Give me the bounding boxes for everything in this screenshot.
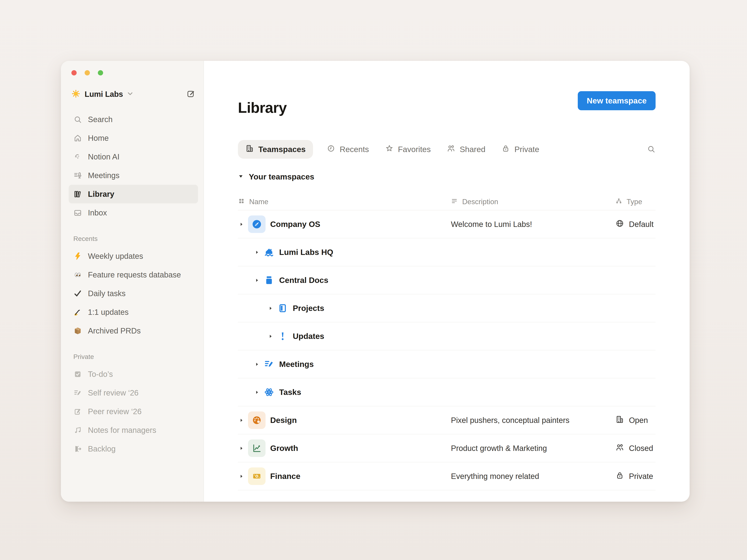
tab-private[interactable]: Private: [499, 140, 542, 159]
teamspace-name: Central Docs: [279, 276, 328, 285]
table-row-company-os[interactable]: Company OSWelcome to Lumi Labs!Default: [238, 210, 655, 238]
dollar-icon: [248, 468, 265, 485]
archive-box-icon: [264, 275, 275, 286]
sidebar-nav: SearchHomeNotion AIMeetingsLibraryInbox: [69, 110, 198, 222]
teamspace-group-toggle[interactable]: Your teamspaces: [238, 171, 655, 182]
section-title: Private: [69, 353, 198, 361]
expand-arrow[interactable]: [254, 362, 260, 367]
teamspace-name-cell: Company OS: [238, 215, 451, 233]
tab-label: Shared: [460, 145, 485, 154]
teamspace-name-cell: Tasks: [238, 387, 451, 398]
teamspace-name-cell: Updates: [238, 331, 451, 342]
expand-arrow[interactable]: [254, 278, 260, 283]
compass-icon: [248, 215, 265, 233]
table-search-button[interactable]: [647, 145, 655, 154]
table-row-finance[interactable]: FinanceEverything money relatedPrivate: [238, 462, 655, 490]
column-header-description[interactable]: Description: [451, 197, 615, 206]
tab-shared[interactable]: Shared: [444, 140, 488, 159]
package-icon: [73, 326, 82, 335]
group-label: Your teamspaces: [249, 172, 314, 181]
page-title: Library: [238, 100, 287, 116]
teamspace-name-cell: Growth: [238, 439, 451, 457]
expand-arrow[interactable]: [267, 334, 274, 339]
sidebar-item-self-review-26[interactable]: Self review ‘26: [69, 383, 198, 402]
teamspace-name: Tasks: [279, 388, 301, 397]
teamspace-name-cell: Meetings: [238, 359, 451, 370]
todo-checkbox-icon: [73, 370, 82, 379]
notion-ai-icon: [73, 153, 82, 161]
sidebar-item-search[interactable]: Search: [69, 110, 198, 129]
sidebar-item-peer-review-26[interactable]: Peer review ‘26: [69, 402, 198, 421]
sidebar-item-archived-prds[interactable]: Archived PRDs: [69, 321, 198, 340]
new-teamspace-button[interactable]: New teamspace: [578, 91, 655, 110]
table-row-lumi-labs-hq[interactable]: Lumi Labs HQ: [238, 238, 655, 266]
eyes-icon: [73, 270, 82, 279]
workspace-name: Lumi Labs: [85, 90, 123, 99]
sidebar-item-feature-requests-database[interactable]: Feature requests database: [69, 265, 198, 284]
column-header-name[interactable]: Name: [238, 197, 451, 206]
tab-recents[interactable]: Recents: [324, 140, 371, 159]
tab-label: Favorites: [398, 145, 431, 154]
table-row-design[interactable]: DesignPixel pushers, conceptual painters…: [238, 406, 655, 434]
chart-icon: [248, 439, 265, 457]
sidebar-item-notes-for-managers[interactable]: Notes for managers: [69, 421, 198, 439]
panel-icon: [277, 303, 288, 314]
sidebar-section-recents: RecentsWeekly updatesFeature requests da…: [69, 235, 198, 340]
people-icon: [615, 443, 624, 454]
expand-arrow[interactable]: [238, 418, 244, 423]
expand-arrow[interactable]: [254, 390, 260, 395]
teamspace-name-cell: Central Docs: [238, 275, 451, 286]
sidebar-item-1-1-updates[interactable]: 1:1 updates: [69, 303, 198, 321]
sidebar-item-to-do-s[interactable]: To-do’s: [69, 365, 198, 383]
table-row-central-docs[interactable]: Central Docs: [238, 266, 655, 294]
meetings-icon: [73, 171, 82, 180]
table-header-row: Name Description Type: [238, 194, 655, 210]
zoom-window-button[interactable]: [98, 70, 103, 76]
close-window-button[interactable]: [71, 70, 77, 76]
sidebar-item-weekly-updates[interactable]: Weekly updates: [69, 247, 198, 265]
minimize-window-button[interactable]: [85, 70, 90, 76]
teamspace-type: Default: [615, 219, 655, 230]
new-page-button[interactable]: [186, 89, 195, 99]
table-row-updates[interactable]: Updates: [238, 322, 655, 350]
expand-arrow[interactable]: [267, 306, 274, 311]
sidebar-item-label: To-do’s: [88, 370, 113, 379]
sidebar-item-notion-ai[interactable]: Notion AI: [69, 148, 198, 166]
library-icon: [73, 190, 82, 198]
clock-icon: [327, 144, 335, 155]
teamspace-description: Product growth & Marketing: [451, 444, 615, 453]
table-row-tasks[interactable]: Tasks: [238, 378, 655, 406]
table-row-projects[interactable]: Projects: [238, 294, 655, 322]
teamspace-name: Lumi Labs HQ: [279, 248, 333, 257]
building-icon: [245, 144, 254, 155]
app-window: Lumi Labs SearchHomeNotion AIMeetingsLib…: [61, 61, 690, 502]
sidebar-item-label: Daily tasks: [88, 289, 126, 298]
tab-label: Recents: [340, 145, 369, 154]
sidebar-item-backlog[interactable]: Backlog: [69, 439, 198, 458]
tab-teamspaces[interactable]: Teamspaces: [238, 140, 313, 159]
expand-arrow[interactable]: [238, 446, 244, 451]
workspace-switcher[interactable]: Lumi Labs: [69, 87, 198, 102]
teamspace-name: Design: [270, 416, 297, 425]
column-header-label: Description: [462, 198, 498, 206]
teamspace-name: Meetings: [279, 360, 314, 369]
sidebar-item-label: Peer review ‘26: [88, 407, 141, 416]
expand-arrow[interactable]: [238, 474, 244, 479]
globe-icon: [615, 219, 624, 230]
exclamation-icon: [277, 331, 288, 342]
star-icon: [385, 144, 394, 155]
table-row-growth[interactable]: GrowthProduct growth & MarketingClosed: [238, 434, 655, 462]
sidebar-item-inbox[interactable]: Inbox: [69, 204, 198, 222]
door-exit-icon: [73, 445, 82, 453]
column-header-type[interactable]: Type: [615, 197, 655, 206]
expand-arrow[interactable]: [254, 250, 260, 255]
sidebar-item-meetings[interactable]: Meetings: [69, 166, 198, 185]
sidebar-item-home[interactable]: Home: [69, 129, 198, 148]
music-note-icon: [73, 426, 82, 434]
sidebar-item-library[interactable]: Library: [69, 185, 198, 204]
sidebar-item-label: Archived PRDs: [88, 326, 140, 335]
tab-favorites[interactable]: Favorites: [383, 140, 433, 159]
expand-arrow[interactable]: [238, 222, 244, 227]
sidebar-item-daily-tasks[interactable]: Daily tasks: [69, 284, 198, 303]
table-row-meetings[interactable]: Meetings: [238, 350, 655, 378]
